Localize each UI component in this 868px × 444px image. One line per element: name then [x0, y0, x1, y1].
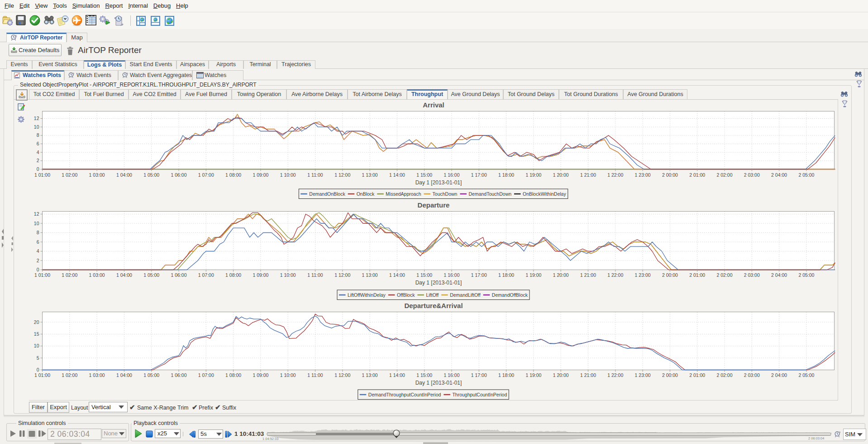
svg-text:1 16:00: 1 16:00 — [444, 372, 459, 378]
svg-text:10: 10 — [34, 124, 39, 130]
svg-text:1 21:00: 1 21:00 — [580, 172, 596, 178]
svg-text:1 08:00: 1 08:00 — [225, 372, 241, 378]
svg-text:2 02:00: 2 02:00 — [716, 372, 732, 378]
svg-text:1 19:00: 1 19:00 — [525, 272, 541, 278]
svg-text:1 15:00: 1 15:00 — [416, 172, 432, 178]
svg-text:6: 6 — [37, 141, 39, 146]
svg-text:1 05:00: 1 05:00 — [143, 272, 159, 278]
svg-text:1 09:00: 1 09:00 — [253, 272, 268, 278]
svg-text:1 14:00: 1 14:00 — [389, 272, 405, 278]
svg-text:1 03:00: 1 03:00 — [89, 272, 105, 278]
svg-text:2 00:00: 2 00:00 — [662, 272, 678, 278]
svg-text:1 07:00: 1 07:00 — [198, 272, 214, 278]
svg-text:2 03:00: 2 03:00 — [744, 372, 760, 378]
svg-text:2 01:00: 2 01:00 — [689, 272, 705, 278]
svg-text:2 02:00: 2 02:00 — [716, 172, 732, 178]
svg-text:1 16:00: 1 16:00 — [444, 172, 459, 178]
svg-text:2 00:00: 2 00:00 — [662, 372, 678, 378]
svg-text:1 04:00: 1 04:00 — [116, 372, 132, 378]
svg-text:1 14:00: 1 14:00 — [389, 372, 405, 378]
svg-text:OnBlock: OnBlock — [357, 191, 375, 197]
svg-text:MissedApproach: MissedApproach — [386, 191, 421, 197]
svg-text:1 21:00: 1 21:00 — [580, 372, 596, 378]
svg-text:1 12:00: 1 12:00 — [334, 172, 350, 178]
svg-text:1 18:00: 1 18:00 — [498, 372, 514, 378]
svg-text:1 18:00: 1 18:00 — [498, 272, 514, 278]
svg-text:1 20:00: 1 20:00 — [553, 272, 569, 278]
svg-text:2 02:00: 2 02:00 — [716, 272, 732, 278]
svg-text:LiftOff: LiftOff — [426, 292, 439, 298]
svg-text:1 21:00: 1 21:00 — [580, 272, 596, 278]
svg-text:DemandOffBlock: DemandOffBlock — [492, 292, 528, 298]
svg-text:LiftOffWithinDelay: LiftOffWithinDelay — [348, 292, 386, 298]
svg-text:1 04:00: 1 04:00 — [116, 272, 132, 278]
svg-text:2 03:00: 2 03:00 — [744, 172, 760, 178]
svg-text:2 03:00: 2 03:00 — [744, 272, 760, 278]
svg-text:1 13:00: 1 13:00 — [362, 272, 378, 278]
svg-text:2 05:00: 2 05:00 — [798, 172, 814, 178]
svg-text:Arrival: Arrival — [423, 101, 444, 109]
svg-text:5: 5 — [37, 355, 39, 361]
svg-text:1 05:00: 1 05:00 — [143, 372, 159, 378]
svg-text:1 07:00: 1 07:00 — [198, 172, 214, 178]
svg-text:TouchDown: TouchDown — [433, 191, 458, 197]
svg-text:1 03:00: 1 03:00 — [89, 372, 105, 378]
svg-text:2 04:00: 2 04:00 — [771, 172, 787, 178]
svg-text:1 20:00: 1 20:00 — [553, 172, 569, 178]
svg-text:OffBlock: OffBlock — [397, 292, 415, 298]
svg-text:1 09:00: 1 09:00 — [253, 172, 268, 178]
svg-text:1 23:00: 1 23:00 — [635, 172, 651, 178]
svg-text:1 17:00: 1 17:00 — [471, 272, 487, 278]
svg-text:Day 1 [2013-01-01]: Day 1 [2013-01-01] — [415, 179, 462, 186]
svg-text:1 22:00: 1 22:00 — [607, 372, 623, 378]
svg-text:1 15:00: 1 15:00 — [416, 372, 432, 378]
svg-text:1 13:00: 1 13:00 — [362, 372, 378, 378]
svg-text:1 22:00: 1 22:00 — [607, 172, 623, 178]
svg-text:1 13:00: 1 13:00 — [362, 172, 378, 178]
svg-text:1 02:00: 1 02:00 — [62, 272, 77, 278]
svg-text:10: 10 — [34, 221, 39, 226]
svg-text:2 04:00: 2 04:00 — [771, 272, 787, 278]
svg-text:1 18:00: 1 18:00 — [498, 172, 514, 178]
svg-text:Day 1 [2013-01-01]: Day 1 [2013-01-01] — [415, 280, 462, 286]
svg-text:1 10:00: 1 10:00 — [280, 372, 296, 378]
svg-text:DemandLiftOff: DemandLiftOff — [450, 292, 481, 298]
svg-text:1 20:00: 1 20:00 — [553, 372, 569, 378]
svg-text:1 07:00: 1 07:00 — [198, 372, 214, 378]
svg-text:0: 0 — [37, 267, 39, 272]
svg-text:8: 8 — [37, 132, 39, 138]
svg-text:1 01:00: 1 01:00 — [34, 372, 50, 378]
svg-text:1 09:00: 1 09:00 — [253, 372, 268, 378]
svg-text:1 11:00: 1 11:00 — [307, 372, 323, 378]
svg-text:1 11:00: 1 11:00 — [307, 172, 323, 178]
svg-text:Departure: Departure — [418, 201, 450, 209]
svg-text:1 23:00: 1 23:00 — [635, 372, 651, 378]
svg-text:1 02:00: 1 02:00 — [62, 172, 77, 178]
svg-text:2: 2 — [37, 258, 39, 263]
svg-text:2 01:00: 2 01:00 — [689, 172, 705, 178]
svg-text:1 08:00: 1 08:00 — [225, 272, 241, 278]
svg-text:1 23:00: 1 23:00 — [635, 272, 651, 278]
svg-text:20: 20 — [34, 319, 39, 325]
svg-text:1 12:00: 1 12:00 — [334, 272, 350, 278]
svg-text:1 16:00: 1 16:00 — [444, 272, 459, 278]
svg-text:1 06:00: 1 06:00 — [171, 272, 186, 278]
svg-text:8: 8 — [37, 230, 39, 235]
svg-text:10: 10 — [34, 343, 39, 348]
svg-text:1 04:00: 1 04:00 — [116, 172, 132, 178]
svg-text:1 03:00: 1 03:00 — [89, 172, 105, 178]
svg-text:1 08:00: 1 08:00 — [225, 172, 241, 178]
svg-text:2 05:00: 2 05:00 — [798, 272, 814, 278]
svg-text:15: 15 — [34, 331, 39, 337]
svg-text:1 12:00: 1 12:00 — [334, 372, 350, 378]
svg-text:1 22:00: 1 22:00 — [607, 272, 623, 278]
svg-text:DemandOnBlock: DemandOnBlock — [309, 191, 345, 197]
svg-text:2 05:00: 2 05:00 — [798, 372, 814, 378]
svg-text:Departure&Arrival: Departure&Arrival — [404, 302, 463, 309]
svg-text:0: 0 — [37, 367, 39, 372]
svg-text:4: 4 — [37, 248, 39, 254]
svg-text:1 06:00: 1 06:00 — [171, 372, 186, 378]
svg-text:1 17:00: 1 17:00 — [471, 372, 487, 378]
svg-text:1 17:00: 1 17:00 — [471, 172, 487, 178]
svg-text:1 05:00: 1 05:00 — [143, 172, 159, 178]
